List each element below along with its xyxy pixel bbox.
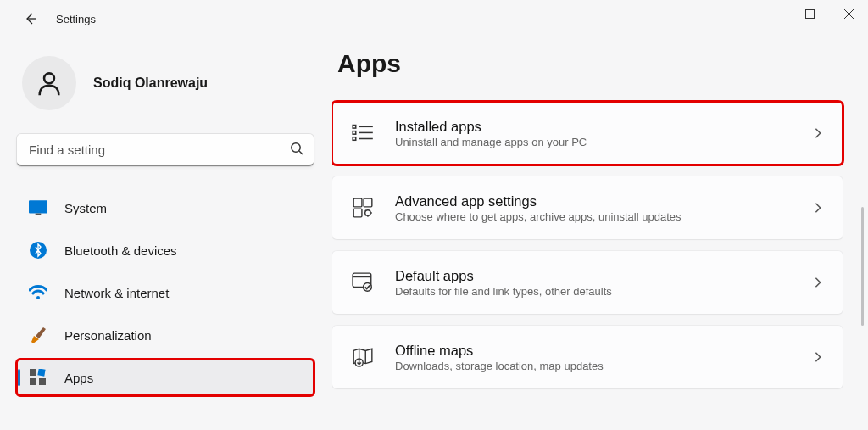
search-input[interactable]	[17, 134, 314, 166]
svg-rect-12	[353, 131, 356, 135]
svg-point-2	[292, 143, 300, 152]
window-title: Settings	[56, 13, 96, 25]
svg-rect-3	[29, 200, 47, 213]
minimize-icon	[766, 9, 776, 19]
list-icon	[351, 121, 375, 145]
chevron-right-icon	[812, 276, 824, 288]
search-icon	[290, 142, 303, 159]
search-box	[17, 134, 314, 166]
svg-point-1	[44, 73, 54, 83]
sidebar-nav: System Bluetooth & devices Network & int…	[17, 190, 314, 395]
svg-rect-13	[353, 137, 356, 141]
sidebar-item-network[interactable]: Network & internet	[17, 275, 314, 310]
map-icon	[351, 345, 375, 369]
card-title: Advanced app settings	[395, 193, 812, 209]
card-default-apps[interactable]: Default apps Defaults for file and link …	[332, 251, 843, 314]
person-icon	[35, 69, 64, 98]
svg-rect-15	[364, 198, 372, 207]
svg-rect-10	[39, 378, 46, 385]
scrollbar[interactable]	[861, 207, 864, 326]
display-icon	[29, 198, 47, 217]
apps-icon	[29, 368, 47, 387]
settings-cards: Installed apps Uninstall and manage apps…	[332, 102, 843, 388]
svg-point-6	[36, 296, 40, 299]
svg-rect-7	[30, 369, 36, 376]
card-subtitle: Uninstall and manage apps on your PC	[395, 136, 812, 148]
card-body: Offline maps Downloads, storage location…	[395, 343, 812, 372]
sidebar-item-personalization[interactable]: Personalization	[17, 317, 314, 353]
chevron-right-icon	[812, 127, 824, 139]
profile-name: Sodiq Olanrewaju	[93, 75, 208, 91]
sidebar-item-label: Personalization	[64, 328, 152, 343]
card-installed-apps[interactable]: Installed apps Uninstall and manage apps…	[332, 102, 843, 165]
card-title: Installed apps	[395, 119, 812, 135]
default-apps-icon	[351, 271, 375, 294]
sidebar-item-label: Apps	[64, 371, 93, 385]
svg-rect-4	[36, 214, 42, 215]
minimize-button[interactable]	[751, 0, 790, 27]
maximize-button[interactable]	[790, 0, 829, 27]
card-body: Default apps Defaults for file and link …	[395, 268, 812, 298]
close-icon	[844, 9, 854, 19]
sidebar-item-system[interactable]: System	[17, 190, 314, 226]
back-arrow-icon	[24, 12, 37, 25]
svg-rect-16	[353, 209, 362, 217]
svg-rect-14	[353, 198, 362, 207]
paintbrush-icon	[29, 326, 47, 344]
chevron-right-icon	[812, 351, 824, 363]
card-subtitle: Defaults for file and link types, other …	[395, 285, 812, 298]
page-title: Apps	[332, 49, 843, 78]
svg-rect-8	[37, 369, 45, 377]
svg-rect-11	[353, 126, 356, 129]
card-advanced-app-settings[interactable]: Advanced app settings Choose where to ge…	[332, 176, 843, 239]
back-button[interactable]	[20, 8, 41, 29]
profile-section[interactable]: Sodiq Olanrewaju	[22, 56, 314, 110]
close-button[interactable]	[829, 0, 868, 27]
card-subtitle: Downloads, storage location, map updates	[395, 360, 812, 372]
card-title: Default apps	[395, 268, 812, 284]
sidebar-item-label: System	[64, 201, 107, 215]
sidebar-item-apps[interactable]: Apps	[17, 360, 314, 395]
chevron-right-icon	[812, 202, 824, 214]
app-settings-icon	[351, 196, 375, 220]
card-body: Installed apps Uninstall and manage apps…	[395, 119, 812, 148]
card-subtitle: Choose where to get apps, archive apps, …	[395, 210, 812, 223]
svg-rect-9	[30, 378, 36, 385]
card-offline-maps[interactable]: Offline maps Downloads, storage location…	[332, 326, 843, 388]
card-title: Offline maps	[395, 343, 812, 359]
sidebar-item-label: Bluetooth & devices	[64, 243, 177, 258]
avatar	[22, 56, 76, 110]
wifi-icon	[29, 283, 47, 302]
main-content: Apps Installed apps Uninstall and manage…	[332, 37, 868, 430]
sidebar-item-label: Network & internet	[64, 286, 169, 300]
card-body: Advanced app settings Choose where to ge…	[395, 193, 812, 223]
sidebar-item-bluetooth[interactable]: Bluetooth & devices	[17, 232, 314, 268]
bluetooth-icon	[29, 241, 47, 260]
maximize-icon	[805, 9, 815, 19]
sidebar: Sodiq Olanrewaju System Bluetooth & devi…	[17, 37, 332, 430]
window-controls	[751, 0, 868, 27]
svg-rect-0	[805, 9, 814, 18]
titlebar: Settings	[0, 0, 868, 37]
